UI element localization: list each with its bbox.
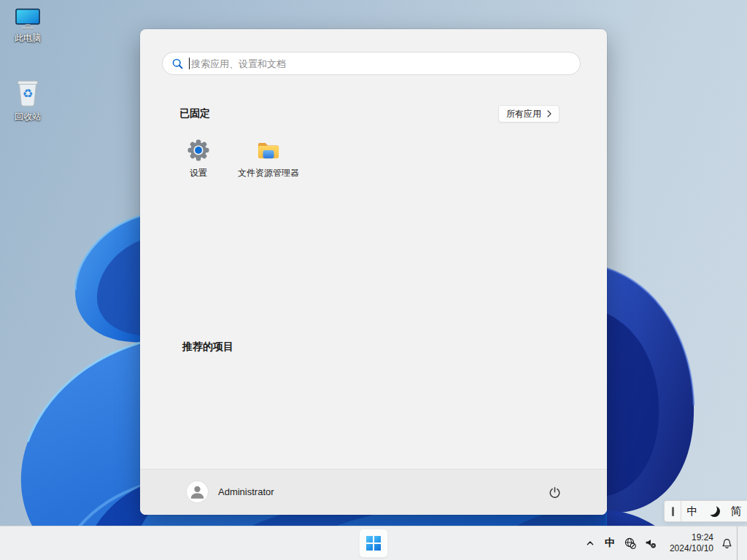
ime-fullwidth-toggle-button[interactable] xyxy=(703,501,725,521)
pinned-app-file-explorer[interactable]: 文件资源管理器 xyxy=(233,137,303,200)
clock-date: 2024/10/10 xyxy=(665,543,713,554)
avatar xyxy=(187,481,208,502)
all-apps-button[interactable]: 所有应用 xyxy=(498,105,560,122)
show-desktop-button[interactable] xyxy=(737,526,744,560)
user-name: Administrator xyxy=(218,486,274,497)
chevron-up-icon xyxy=(585,538,595,548)
network-status-button[interactable] xyxy=(620,531,640,556)
power-button[interactable] xyxy=(541,479,568,505)
volume-muted-button[interactable] xyxy=(640,531,661,556)
clock-time: 19:24 xyxy=(665,532,713,543)
ime-chinese-mode-button[interactable]: 中 xyxy=(681,501,703,521)
desktop-screen: 此电脑 ♻ 回收站 已固定 所有应用 xyxy=(0,0,747,560)
clock[interactable]: 19:24 2024/10/10 xyxy=(665,532,713,554)
pinned-app-label: 设置 xyxy=(190,167,207,179)
desktop-icon-label: 此电脑 xyxy=(0,32,55,44)
globe-no-internet-icon xyxy=(624,537,637,550)
computer-monitor-icon xyxy=(13,7,42,31)
search-box[interactable] xyxy=(162,52,581,75)
settings-gear-icon xyxy=(187,139,210,162)
power-icon xyxy=(548,486,562,499)
all-apps-label: 所有应用 xyxy=(506,108,541,120)
pinned-app-settings[interactable]: 设置 xyxy=(163,137,233,200)
crescent-moon-icon xyxy=(709,506,720,517)
notifications-button[interactable] xyxy=(716,531,737,556)
ime-charset-button[interactable]: 简 xyxy=(725,501,747,521)
svg-text:♻: ♻ xyxy=(23,87,34,101)
recycle-bin-icon: ♻ xyxy=(13,76,42,109)
pinned-apps-grid: 设置 文件资源管理器 xyxy=(163,137,303,200)
pinned-section-title: 已固定 xyxy=(179,107,210,120)
file-explorer-folder-icon xyxy=(257,139,280,162)
ime-language-bar: 中 简 xyxy=(664,500,747,522)
search-input[interactable] xyxy=(190,58,571,69)
chevron-right-icon xyxy=(547,110,551,117)
desktop-icon-this-pc[interactable]: 此电脑 xyxy=(0,7,55,44)
recommended-section-title: 推荐的项目 xyxy=(182,341,233,354)
pinned-app-label: 文件资源管理器 xyxy=(238,167,299,179)
ime-drag-handle[interactable] xyxy=(665,501,681,521)
ime-mode-indicator[interactable]: 中 xyxy=(600,531,620,556)
taskbar: 中 19:24 202 xyxy=(0,526,747,560)
hidden-icons-button[interactable] xyxy=(581,531,600,556)
person-icon xyxy=(187,481,208,502)
windows-logo-icon xyxy=(366,536,381,551)
desktop-icon-label: 回收站 xyxy=(0,111,55,123)
speaker-muted-icon xyxy=(644,537,657,550)
user-account-button[interactable]: Administrator xyxy=(187,481,274,502)
bell-icon xyxy=(721,537,733,550)
start-button[interactable] xyxy=(359,529,388,558)
search-icon xyxy=(171,58,184,70)
start-menu-footer: Administrator xyxy=(140,469,607,515)
desktop-icon-recycle-bin[interactable]: ♻ 回收站 xyxy=(0,76,55,123)
system-tray: 中 19:24 202 xyxy=(581,526,744,560)
start-menu: 已固定 所有应用 设置 xyxy=(140,29,607,515)
